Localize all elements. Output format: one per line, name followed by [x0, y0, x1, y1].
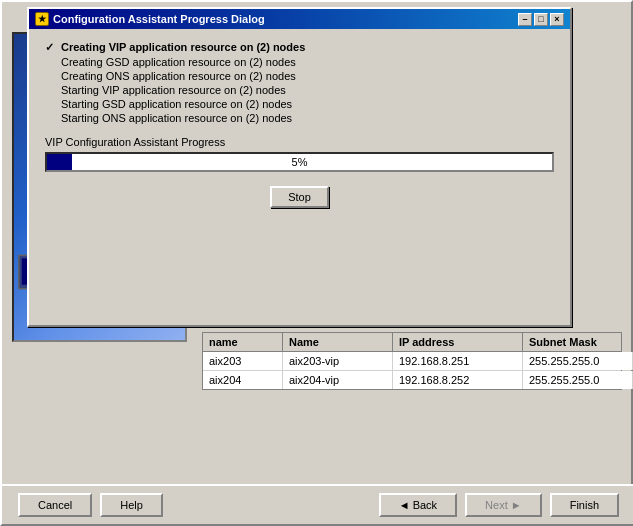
checkmark-icon [45, 98, 57, 110]
table-cell-0-2: 192.168.8.251 [393, 352, 523, 370]
status-text: Starting VIP application resource on (2)… [61, 84, 286, 96]
status-text: Starting ONS application resource on (2)… [61, 112, 292, 124]
data-table: nameNameIP addressSubnet Mask aix203aix2… [202, 332, 622, 390]
status-text: Creating ONS application resource on (2)… [61, 70, 296, 82]
checkmark-icon [45, 56, 57, 68]
help-button[interactable]: Help [100, 493, 163, 517]
back-button[interactable]: ◄ Back [379, 493, 457, 517]
status-item-starting-vip: Starting VIP application resource on (2)… [45, 84, 554, 96]
checkmark-icon [45, 70, 57, 82]
status-item-creating-vip: ✓Creating VIP application resource on (2… [45, 41, 554, 54]
table-cell-0-0: aix203 [203, 352, 283, 370]
dialog-title-text: Configuration Assistant Progress Dialog [53, 13, 265, 25]
status-text: Creating GSD application resource on (2)… [61, 56, 296, 68]
nav-right: ◄ Back Next ► Finish [379, 493, 619, 517]
table-col-0: name [203, 333, 283, 351]
dialog-title: ★ Configuration Assistant Progress Dialo… [35, 12, 265, 26]
dialog-controls: – □ × [518, 13, 564, 26]
cancel-button[interactable]: Cancel [18, 493, 92, 517]
checkmark-icon: ✓ [45, 41, 57, 54]
status-item-starting-ons: Starting ONS application resource on (2)… [45, 112, 554, 124]
dialog-content: ✓Creating VIP application resource on (2… [29, 29, 570, 220]
status-text: Creating VIP application resource on (2)… [61, 41, 305, 53]
checkmark-icon [45, 84, 57, 96]
nav-bar: Cancel Help ◄ Back Next ► Finish [2, 484, 633, 524]
progress-bar-container: 5% [45, 152, 554, 172]
checkmark-icon [45, 112, 57, 124]
status-item-creating-ons: Creating ONS application resource on (2)… [45, 70, 554, 82]
maximize-button[interactable]: □ [534, 13, 548, 26]
table-cell-1-2: 192.168.8.252 [393, 371, 523, 389]
table-col-3: Subnet Mask [523, 333, 633, 351]
status-item-creating-gsd: Creating GSD application resource on (2)… [45, 56, 554, 68]
next-button[interactable]: Next ► [465, 493, 542, 517]
table-cell-1-0: aix204 [203, 371, 283, 389]
finish-button[interactable]: Finish [550, 493, 619, 517]
dialog-titlebar: ★ Configuration Assistant Progress Dialo… [29, 9, 570, 29]
table-row: aix203aix203-vip192.168.8.251255.255.255… [203, 352, 621, 371]
close-button[interactable]: × [550, 13, 564, 26]
progress-label: VIP Configuration Assistant Progress [45, 136, 554, 148]
progress-dialog: ★ Configuration Assistant Progress Dialo… [27, 7, 572, 327]
progress-section: VIP Configuration Assistant Progress 5% … [45, 136, 554, 208]
table-header: nameNameIP addressSubnet Mask [203, 333, 621, 352]
table-cell-1-3: 255.255.255.0 [523, 371, 633, 389]
dialog-icon: ★ [35, 12, 49, 26]
status-text: Starting GSD application resource on (2)… [61, 98, 292, 110]
table-cell-0-3: 255.255.255.0 [523, 352, 633, 370]
table-cell-0-1: aix203-vip [283, 352, 393, 370]
progress-text: 5% [47, 156, 552, 168]
table-col-1: Name [283, 333, 393, 351]
status-list: ✓Creating VIP application resource on (2… [45, 41, 554, 124]
table-col-2: IP address [393, 333, 523, 351]
table-row: aix204aix204-vip192.168.8.252255.255.255… [203, 371, 621, 389]
status-item-starting-gsd: Starting GSD application resource on (2)… [45, 98, 554, 110]
stop-button[interactable]: Stop [270, 186, 329, 208]
minimize-button[interactable]: – [518, 13, 532, 26]
main-window: ★ Configuration Assistant Progress Dialo… [0, 0, 633, 526]
table-body: aix203aix203-vip192.168.8.251255.255.255… [203, 352, 621, 389]
table-cell-1-1: aix204-vip [283, 371, 393, 389]
